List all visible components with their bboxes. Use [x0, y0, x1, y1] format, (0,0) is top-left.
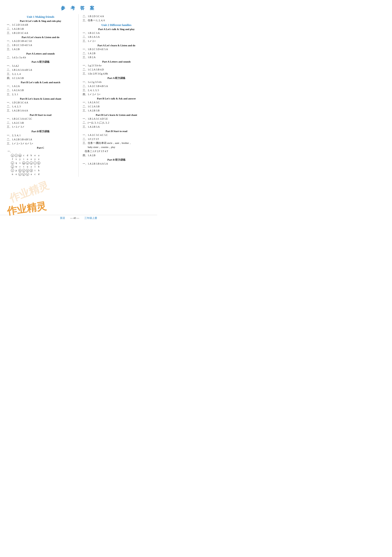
answer-line: 二、1.B 2.D 3.C 4.A — [83, 15, 150, 18]
u2-partB-listen-title: Part B 听力训练 — [83, 158, 150, 162]
answer-line: 任务二:1.F 2.F 3.T 4.T — [83, 149, 150, 153]
answer-line: 三、2, 3, 1 — [7, 93, 74, 96]
answer-line: 四、1.✓ 2.✓ 3.× — [83, 93, 150, 96]
partA-talk-title: Part A Let's talk & Sing and role-play — [7, 20, 74, 23]
u2-partA-listen-title: Part A 听力训练 — [83, 77, 150, 80]
answer-line: 一、1.C 2.D 3.A 4.B — [7, 23, 74, 27]
answer-line: 二、1.B 2.C 3.D 4.E 5.A — [7, 43, 74, 47]
answer-line: 三、1.× 2.✓ 3.✓ — [7, 125, 74, 129]
answer-line: 二、1.C 2.A 3.B 4.D — [83, 68, 150, 72]
answer-line: 一、1.A 2.C 3.C 4.C 5.C — [83, 133, 150, 137]
partA-letters-title: Part A Letters and sounds — [7, 52, 74, 55]
answer-line: 一、1.B 2.C 3.D 4.E 5.A — [83, 48, 150, 51]
answer-line: 三、任务一:1, 2, 4, 6 — [83, 19, 150, 22]
answer-line: 二、1.A 2.C 3.B 4.B 5.A — [83, 84, 150, 88]
answer-line: 三、任务一:圈出单词 uncle，aunt，brother， — [83, 141, 150, 145]
answer-line: 一、1.e 2.g 3.f 4.h — [83, 80, 150, 84]
partC-prefix: 一、 — [8, 150, 12, 153]
answer-line: 三、1.A 2.B — [7, 48, 74, 51]
answer-line: 一、3,1,4,2 — [7, 64, 74, 68]
u2-partB-learn-title: Part B Let's learn & Listen and chant — [83, 114, 150, 116]
answer-line: 二、1.B 2.A 3.A 4.B 5.A — [7, 68, 74, 72]
answer-line: 二、1.d 2.c 3.a 4.b — [7, 56, 74, 59]
partB-talk-title: Part B Let's talk & Look and match — [7, 81, 74, 84]
answer-line: 三、1.B 2.D 3.C 4.A — [7, 31, 74, 35]
footer-subject: 英语 — [60, 216, 65, 220]
answer-line: 一、1.B 2.C 3.A 4.C 5.C — [7, 117, 74, 121]
watermark-background: 作业精灵 — [7, 178, 50, 205]
answer-line: 一、1.B 2.C 3.A — [83, 31, 150, 35]
footer-page: — 43 — — [70, 217, 79, 220]
answer-line: 二、1.A 2.C 3.B — [7, 121, 74, 125]
partB-learn-title: Part B Let's learn & Listen and chant — [7, 97, 74, 100]
answer-line: 一、1.B 2.A 3.C 4.D 5.E — [83, 117, 150, 121]
u2-partA-learn-title: Part A Let's learn & Listen and do — [83, 44, 150, 47]
u2-partA-talk-title: Part A Let's talk & Sing and play — [83, 28, 150, 31]
answer-line: 一、1.D 2.B 3.C 4.A — [7, 101, 74, 105]
answer-line: 二、1, 4, 2, 3 — [7, 105, 74, 108]
left-column: Unit 1 Making friends Part A Let's talk … — [7, 14, 79, 177]
answer-line: 二、1.B 2.A 3.A — [83, 35, 150, 39]
u2-partA-letters-title: Part A Letters and sounds — [83, 60, 150, 63]
u2-partB-read-title: Part B Start to read — [83, 130, 150, 133]
page-title: 参 考 答 案 — [7, 5, 150, 11]
partB-read-title: Part B Start to read — [7, 114, 74, 116]
word-search-table: a r m cdbea fvyioeyz e qs m o u t h — [11, 154, 41, 176]
answer-line: 二、1.A 2.B 3.B 4.B 5.A — [7, 138, 74, 141]
answer-line: baby sister，cousins，play — [83, 145, 150, 149]
answer-line: 三、3, 2, 1, 4 — [7, 72, 74, 76]
answer-line: 二、1.F 2.T 3.T — [83, 137, 150, 141]
answer-line: 三、2, 4, 1, 3, 5 — [83, 89, 150, 92]
answer-line: 二、1.C 2.A 3.B — [83, 105, 150, 108]
footer-grade: 三年级上册 — [84, 216, 97, 220]
answer-line: 四、1.A 2.B — [83, 154, 150, 157]
answer-line: 二、1.A 2.B — [83, 52, 150, 55]
answer-line: 三、1.A 2.B 3.A 4.A — [7, 109, 74, 113]
answer-line: 四、1.C 2.A 3.B — [7, 76, 74, 80]
answer-line: 二、(一)2, 3, 1 (二)1, 3, 2 — [83, 121, 150, 125]
partA-learn-title: Part A Let's learn & Listen and do — [7, 36, 74, 39]
right-column: 二、1.B 2.D 3.C 4.A 三、任务一:1, 2, 4, 6 Unit … — [79, 14, 150, 177]
answer-line: 三、1.Ee 2.Ff 3.Gg 4.Hh — [83, 72, 150, 76]
u2-partB-talk-title: Part B Let's talk & Ask and answer — [83, 97, 150, 100]
answer-line: 一、2, 3, 4, 1 — [7, 134, 74, 137]
answer-line: 一、1.A 2.A 3.C — [83, 101, 150, 104]
answer-line: 一、1.A 2.A — [7, 84, 74, 88]
answer-line: 三、1.A 2.B 3.A — [83, 125, 150, 129]
answer-line: 一、1.A 2.B 3.B 4.A 5.A — [83, 162, 150, 166]
page-footer: 英语 — 43 — 三年级上册 — [0, 215, 157, 220]
answer-line: 三、1.✓ 2.× 3.✓ 4.✓ 5.× — [7, 142, 74, 146]
partA-listen-title: Part A 听力训练 — [7, 60, 74, 64]
unit2-title: Unit 2 Different families — [83, 23, 150, 27]
partC-title: Part C — [7, 147, 74, 149]
answer-line: 一、1.g 2.f 3.h 4.e — [83, 64, 150, 67]
answer-line: 一、1.A 2.D 3.B 4.C 5.E — [7, 39, 74, 43]
answer-line: 二、1.A 2.A 3.B — [7, 89, 74, 92]
unit1-title: Unit 1 Making friends — [7, 15, 74, 19]
answer-line: 三、1.B 2.A — [83, 56, 150, 59]
partB-listen-title: Part B 听力训练 — [7, 130, 74, 133]
answer-line: 三、1.✓ 2.× — [83, 39, 150, 43]
answer-line: 二、1.A 2.B 3.B — [7, 27, 74, 31]
answer-line: 三、1.A 2.B 3.B — [83, 109, 150, 113]
